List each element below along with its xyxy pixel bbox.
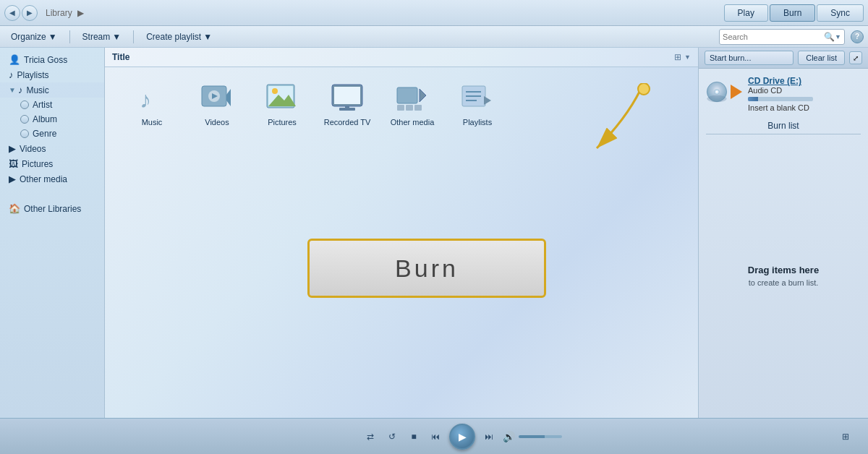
cd-drive-type: Audio CD (748, 86, 861, 95)
sidebar-item-genre[interactable]: Genre (0, 127, 104, 141)
player-controls: ⇄ ↺ ■ ⏮ ▶ ⏭ 🔊 (87, 424, 838, 450)
help-button[interactable]: ? (851, 30, 864, 43)
sidebar-music-label: Music (26, 85, 48, 95)
layout-toggle-button[interactable]: ⊞ (838, 429, 854, 445)
burn-highlight-label: Burn (395, 254, 459, 283)
other-libraries-icon: 🏠 (9, 203, 20, 214)
other-media-label: Other media (391, 118, 435, 127)
play-button[interactable]: ▶ (449, 424, 475, 450)
media-item-recorded-tv[interactable]: Recorded TV (322, 82, 373, 127)
sidebar-other-libraries-label: Other Libraries (24, 204, 81, 214)
playlists-icon: ♪ (9, 69, 14, 80)
album-bullet (20, 115, 29, 124)
right-panel: Start burn... Clear list ⤢ (698, 48, 868, 418)
svg-rect-12 (345, 106, 349, 108)
start-burn-button[interactable]: Start burn... (705, 51, 793, 65)
drag-subtitle: to create a burn list. (749, 278, 819, 287)
music-media-label: Music (142, 118, 163, 127)
cd-drive-section: CD Drive (E:) Audio CD Insert a blank CD (706, 76, 861, 112)
tv-media-label: Recorded TV (324, 118, 371, 127)
next-button[interactable]: ⏭ (481, 429, 497, 445)
play-mode-button[interactable]: Play (724, 4, 768, 22)
sidebar-videos-label: Videos (20, 144, 46, 154)
sidebar-item-other-media[interactable]: ▶ Other media (0, 171, 104, 187)
search-icon[interactable]: 🔍 (824, 32, 835, 42)
svg-marker-14 (420, 89, 426, 102)
playlists-media-label: Playlists (463, 118, 492, 127)
view-options-btn[interactable]: ⊞ (674, 52, 681, 62)
sync-mode-button[interactable]: Sync (817, 4, 864, 22)
toolbar-separator-2 (133, 30, 134, 43)
organize-label: Organize (11, 32, 46, 42)
svg-rect-16 (406, 105, 413, 111)
media-item-music[interactable]: ♪ Music (127, 82, 177, 127)
repeat-button[interactable]: ↺ (384, 429, 400, 445)
sidebar-item-videos[interactable]: ▶ Videos (0, 141, 104, 156)
view-dropdown-icon[interactable]: ▼ (684, 53, 691, 61)
media-item-playlists[interactable]: Playlists (452, 82, 503, 127)
svg-rect-10 (334, 87, 360, 104)
music-expand-icon: ▼ (9, 86, 16, 94)
breadcrumb-sep: ▶ (77, 8, 84, 18)
video-media-label: Videos (205, 118, 229, 127)
expand-panel-button[interactable]: ⤢ (849, 51, 862, 64)
stop-button[interactable]: ■ (406, 429, 422, 445)
toolbar-separator-1 (69, 30, 70, 43)
cd-drive-icon (706, 76, 742, 109)
back-button[interactable]: ◀ (4, 5, 20, 21)
stream-button[interactable]: Stream ▼ (76, 29, 128, 45)
sidebar-item-other-libraries[interactable]: 🏠 Other Libraries (0, 201, 104, 216)
music-media-icon: ♪ (134, 82, 170, 115)
search-input[interactable] (723, 33, 824, 41)
sidebar-other-media-label: Other media (20, 174, 67, 184)
orange-arrow-icon (731, 85, 742, 99)
burn-list-label: Burn list (706, 118, 861, 134)
sidebar-item-pictures[interactable]: 🖼 Pictures (0, 156, 104, 171)
main-content: 👤 Tricia Goss ♪ Playlists ▼ ♪ Music Arti… (0, 48, 868, 418)
search-dropdown-icon[interactable]: ▼ (835, 33, 841, 40)
clear-list-button[interactable]: Clear list (798, 51, 845, 65)
media-item-videos[interactable]: Videos (192, 82, 242, 127)
media-item-pictures[interactable]: Pictures (257, 82, 307, 127)
volume-slider[interactable] (519, 435, 562, 438)
view-options: ⊞ ▼ (674, 52, 691, 62)
sidebar-item-playlists[interactable]: ♪ Playlists (0, 67, 104, 82)
burn-highlight-box: Burn (307, 239, 546, 298)
playlists-media-icon (459, 82, 495, 115)
right-panel-body: CD Drive (E:) Audio CD Insert a blank CD… (699, 69, 868, 418)
other-media-sidebar-icon: ▶ (9, 174, 16, 184)
breadcrumb: Library ▶ (43, 8, 724, 18)
svg-marker-22 (484, 96, 491, 105)
drag-title: Drag items here (748, 265, 819, 275)
cd-drive-info: CD Drive (E:) Audio CD Insert a blank CD (748, 76, 861, 112)
sidebar-album-label: Album (33, 114, 57, 124)
create-playlist-label: Create playlist (146, 32, 201, 42)
sidebar-pictures-label: Pictures (22, 159, 53, 169)
organize-button[interactable]: Organize ▼ (4, 29, 64, 45)
sidebar-item-music[interactable]: ▼ ♪ Music (0, 82, 104, 98)
create-playlist-chevron: ▼ (203, 32, 212, 42)
svg-rect-15 (397, 105, 404, 111)
media-item-other-media[interactable]: Other media (387, 82, 438, 127)
sidebar-item-artist[interactable]: Artist (0, 98, 104, 112)
music-icon: ♪ (18, 85, 23, 95)
player-bar: ⇄ ↺ ■ ⏮ ▶ ⏭ 🔊 ⊞ (0, 418, 868, 454)
breadcrumb-library[interactable]: Library (46, 8, 72, 18)
search-box: 🔍 ▼ (719, 29, 845, 45)
volume-icon: 🔊 (503, 431, 515, 442)
sidebar-item-user[interactable]: 👤 Tricia Goss (0, 52, 104, 67)
shuffle-button[interactable]: ⇄ (362, 429, 378, 445)
sidebar: 👤 Tricia Goss ♪ Playlists ▼ ♪ Music Arti… (0, 48, 105, 418)
pictures-media-label: Pictures (268, 118, 297, 127)
genre-bullet (20, 129, 29, 138)
prev-button[interactable]: ⏮ (427, 429, 443, 445)
sidebar-playlists-label: Playlists (17, 70, 49, 80)
burn-mode-button[interactable]: Burn (770, 4, 815, 22)
forward-button[interactable]: ▶ (22, 5, 38, 21)
cd-drive-name[interactable]: CD Drive (E:) (748, 76, 861, 86)
videos-sidebar-icon: ▶ (9, 143, 16, 154)
svg-text:♪: ♪ (140, 87, 151, 113)
create-playlist-button[interactable]: Create playlist ▼ (140, 29, 218, 45)
sidebar-item-album[interactable]: Album (0, 112, 104, 127)
svg-point-27 (716, 91, 718, 93)
